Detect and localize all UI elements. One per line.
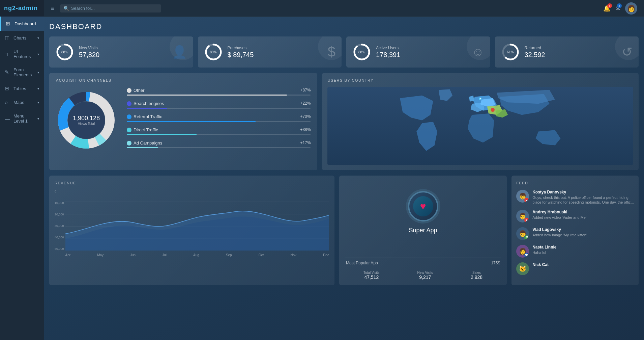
stat-ring-text-active-users: 88% <box>358 50 365 54</box>
acquisition-title: ACQUISITION CHANNELS <box>56 78 311 82</box>
chevron-down-icon: ▾ <box>37 87 39 90</box>
stat-value-purchases: $ 89,745 <box>228 51 323 59</box>
search-icon: 🔍 <box>63 6 69 11</box>
acq-item-ad: Ad Campaigns +17% <box>127 140 311 148</box>
sidebar-item-dashboard[interactable]: ⊞ Dashboard <box>0 17 44 31</box>
feed-name-0: Kostya Danovsky <box>532 190 634 194</box>
stat-ring-text-returned: 61% <box>507 50 514 54</box>
feed-avatar-0: 👦 ▶ <box>516 190 529 203</box>
popular-label-row: Most Popular App 175$ <box>345 258 501 268</box>
stat-value-new-visits: 57,820 <box>79 51 167 59</box>
y-axis-labels: 50,000 40,000 30,000 20,000 10,000 0 <box>55 190 64 251</box>
acq-item-other: Other +87% <box>127 87 311 96</box>
feed-item-4: 🐱 Nick Cat <box>516 262 634 275</box>
sidebar-item-maps[interactable]: ○ Maps ▾ <box>0 96 44 109</box>
acq-dot-other <box>127 88 131 93</box>
form-icon: ✎ <box>5 69 11 75</box>
topbar-right: 🔔 5 ✉ 4 👩 <box>603 2 637 15</box>
dollar-icon: $ <box>328 44 335 60</box>
app-logo: ng2-admin <box>0 0 44 17</box>
user-avatar[interactable]: 👩 <box>625 2 637 15</box>
notifications-badge: 5 <box>607 3 612 8</box>
stat-ring-text-new-visits: 88% <box>61 50 68 54</box>
menu-icon: — <box>5 116 11 122</box>
stat-card-returned: 61% Returned 32,592 ↺ <box>495 36 639 68</box>
stat-value-active-users: 178,391 <box>376 51 467 59</box>
revenue-card: REVENUE 50,000 40,000 30,000 20,000 10,0… <box>49 176 334 285</box>
sidebar: ng2-admin ⊞ Dashboard ◫ Charts ▾ □ UI Fe… <box>0 0 44 340</box>
chevron-down-icon: ▾ <box>37 117 39 121</box>
map-title: USERS BY COUNTRY <box>327 78 633 82</box>
sidebar-item-form-elements[interactable]: ✎ Form Elements ▾ <box>0 63 44 81</box>
popular-price: 175$ <box>491 261 500 265</box>
stat-ring-returned: 61% <box>501 43 520 61</box>
feed-name-1: Andrey Hrabouski <box>532 210 586 214</box>
map-card: USERS BY COUNTRY <box>322 73 639 170</box>
app-stat-new-visits: New Visits 9,217 <box>417 271 433 280</box>
stat-ring-new-visits: 88% <box>55 43 74 61</box>
sidebar-item-label: Form Elements <box>13 67 35 77</box>
feed-badge-2: 🖼 <box>524 235 529 240</box>
sidebar-item-label: UI Features <box>13 49 35 59</box>
acq-dot-search <box>127 101 131 106</box>
acquisition-inner: 1,900,128 Views Total Other +87% <box>56 87 311 153</box>
stat-ring-purchases: 89% <box>204 43 223 61</box>
feed-item-0: 👦 ▶ Kostya Danovsky Guys, check this out… <box>516 190 634 205</box>
svg-point-15 <box>491 108 495 112</box>
stat-card-purchases: 89% Purchases $ 89,745 $ <box>198 36 342 68</box>
chevron-down-icon: ▾ <box>37 101 39 104</box>
stat-label-active-users: Active Users <box>376 46 467 50</box>
app-name: Super App <box>409 227 437 234</box>
sidebar-item-label: Dashboard <box>14 21 36 26</box>
feed-text-1: Added new video 'Vader and Me' <box>532 215 586 220</box>
menu-toggle-button[interactable]: ≡ <box>51 4 55 12</box>
search-input[interactable] <box>71 6 158 11</box>
messages-button[interactable]: ✉ 4 <box>615 5 620 12</box>
messages-badge: 4 <box>617 3 622 8</box>
svg-point-17 <box>480 98 481 99</box>
feed-item-1: 👨 ▶ Andrey Hrabouski Added new video 'Va… <box>516 210 634 223</box>
stat-value-returned: 32,592 <box>525 51 617 59</box>
feed-item-2: 👦 🖼 Vlad Lugovsky Added new image 'My li… <box>516 227 634 240</box>
feed-avatar-1: 👨 ▶ <box>516 210 529 223</box>
stat-cards-row: 88% New Visits 57,820 👤 89% Purcha <box>49 36 639 68</box>
acq-item-search: Search engines +22% <box>127 100 311 109</box>
stat-label-returned: Returned <box>525 46 617 50</box>
stat-label-new-visits: New Visits <box>79 46 167 50</box>
stat-ring-active-users: 88% <box>352 43 371 61</box>
sidebar-item-menu-level-1[interactable]: — Menu Level 1 ▾ <box>0 109 44 128</box>
app-stat-total-visits: Total Visits 47,512 <box>363 271 380 280</box>
app-icon-wrap: ♥ <box>408 191 438 221</box>
feed-text-0: Guys, check this out: A police officer f… <box>532 195 634 205</box>
topbar: ≡ 🔍 🔔 5 ✉ 4 👩 <box>44 0 644 17</box>
feed-item-3: 👩 💬 Nasta Linnie Haha lol <box>516 245 634 258</box>
stat-info-purchases: Purchases $ 89,745 <box>228 46 323 59</box>
revenue-title: REVENUE <box>55 181 329 185</box>
search-box[interactable]: 🔍 <box>60 4 161 12</box>
tables-icon: ⊟ <box>5 85 11 91</box>
app-card: ♥ Super App Most Popular App 175$ Total … <box>339 176 507 285</box>
main-content: DASHBOARD 88% New Visits 57,820 👤 <box>44 17 644 340</box>
notifications-button[interactable]: 🔔 5 <box>603 5 611 12</box>
chevron-down-icon: ▾ <box>37 52 39 56</box>
sidebar-item-charts[interactable]: ◫ Charts ▾ <box>0 31 44 45</box>
chevron-down-icon: ▾ <box>37 71 39 74</box>
sidebar-item-label: Maps <box>13 100 24 105</box>
feed-name-2: Vlad Lugovsky <box>532 227 587 232</box>
smiley-icon: ☺ <box>472 45 484 59</box>
app-stats-row: Total Visits 47,512 New Visits 9,217 Sal… <box>345 271 501 280</box>
feed-avatar-2: 👦 🖼 <box>516 227 529 240</box>
charts-icon: ◫ <box>5 35 11 41</box>
donut-center-label: Views Total <box>73 122 100 126</box>
x-axis-labels: Apr May Jun Jul Aug Sep Oct Nov Dec <box>65 253 329 257</box>
feed-name-3: Nasta Linnie <box>532 245 556 250</box>
stat-card-new-visits: 88% New Visits 57,820 👤 <box>49 36 193 68</box>
person-icon: 👤 <box>172 45 187 59</box>
world-map <box>327 87 633 165</box>
stat-info-new-visits: New Visits 57,820 <box>79 46 167 59</box>
donut-center: 1,900,128 Views Total <box>73 115 100 126</box>
sidebar-item-tables[interactable]: ⊟ Tables ▾ <box>0 81 44 96</box>
acq-dot-ad <box>127 141 131 146</box>
sidebar-item-ui-features[interactable]: □ UI Features ▾ <box>0 45 44 63</box>
stat-label-purchases: Purchases <box>228 46 323 50</box>
